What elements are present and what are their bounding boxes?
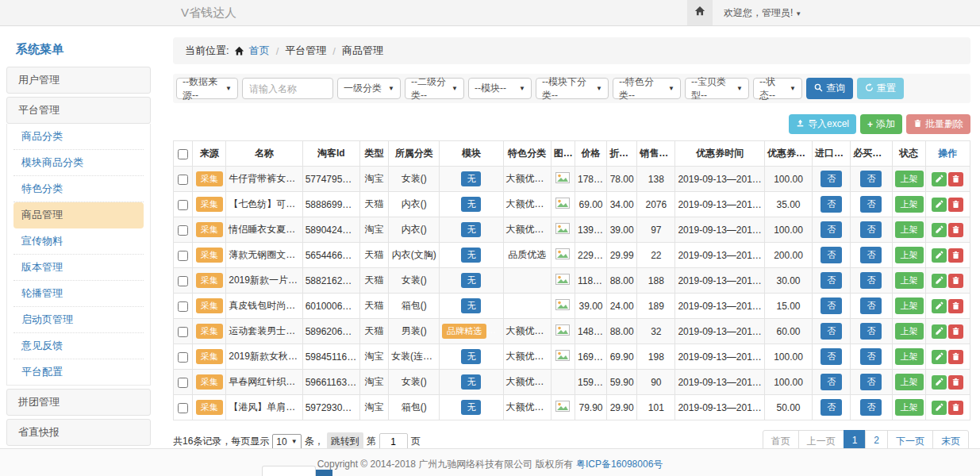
edit-button[interactable] bbox=[932, 401, 947, 415]
filter-select-4[interactable]: --模块下分类--▼ bbox=[536, 78, 609, 99]
edit-button[interactable] bbox=[932, 324, 947, 339]
filter-select-7[interactable]: --状态--▼ bbox=[753, 78, 802, 99]
status-badge[interactable]: 上架 bbox=[895, 348, 924, 365]
edit-button[interactable] bbox=[932, 223, 947, 237]
import-select-toggle[interactable]: 否 bbox=[821, 374, 842, 390]
sidebar-item-7[interactable]: 版本管理 bbox=[13, 255, 144, 281]
import-select-toggle[interactable]: 否 bbox=[821, 247, 842, 263]
filter-select-1[interactable]: 一级分类▼ bbox=[337, 78, 401, 99]
sidebar-group-12[interactable]: 拼团管理 bbox=[6, 389, 151, 416]
status-badge[interactable]: 上架 bbox=[895, 298, 924, 314]
search-input[interactable] bbox=[242, 78, 333, 99]
import-select-toggle[interactable]: 否 bbox=[821, 399, 842, 416]
delete-button[interactable] bbox=[948, 274, 963, 288]
must-buy-toggle[interactable]: 否 bbox=[860, 374, 882, 390]
sidebar-item-8[interactable]: 轮播管理 bbox=[13, 281, 144, 307]
footer: Copyright © 2014-2018 广州九驰网络科技有限公司 版权所有 … bbox=[0, 448, 980, 476]
row-checkbox[interactable] bbox=[178, 200, 188, 210]
row-checkbox[interactable] bbox=[178, 378, 188, 388]
must-buy-toggle[interactable]: 否 bbox=[860, 298, 882, 314]
status-badge[interactable]: 上架 bbox=[895, 171, 924, 187]
batch-delete-button[interactable]: 批量删除 bbox=[906, 114, 970, 134]
status-badge[interactable]: 上架 bbox=[895, 374, 924, 390]
sidebar-item-4[interactable]: 特色分类 bbox=[13, 176, 144, 202]
delete-button[interactable] bbox=[948, 375, 963, 390]
edit-button[interactable] bbox=[932, 248, 947, 263]
row-checkbox[interactable] bbox=[178, 251, 188, 261]
must-buy-toggle[interactable]: 否 bbox=[860, 247, 882, 263]
delete-button[interactable] bbox=[948, 324, 963, 339]
import-select-toggle[interactable]: 否 bbox=[821, 323, 842, 340]
filter-select-3[interactable]: --模块--▼ bbox=[468, 78, 532, 99]
delete-button[interactable] bbox=[948, 198, 963, 212]
edit-button[interactable] bbox=[932, 198, 947, 212]
sidebar-item-10[interactable]: 意见反馈 bbox=[13, 333, 144, 359]
must-buy-toggle[interactable]: 否 bbox=[860, 196, 882, 213]
user-menu[interactable]: 欢迎您，管理员!▼ bbox=[724, 6, 801, 20]
delete-button[interactable] bbox=[948, 248, 963, 263]
welcome-text: 欢迎您，管理员! bbox=[724, 7, 793, 18]
status-badge[interactable]: 上架 bbox=[895, 221, 924, 238]
delete-button[interactable] bbox=[948, 299, 963, 313]
must-buy-toggle[interactable]: 否 bbox=[860, 272, 882, 289]
row-checkbox[interactable] bbox=[178, 352, 188, 363]
import-select-toggle[interactable]: 否 bbox=[821, 348, 842, 365]
filter-select-0[interactable]: --数据来源--▼ bbox=[176, 78, 238, 99]
delete-button[interactable] bbox=[948, 172, 963, 186]
import-select-toggle[interactable]: 否 bbox=[821, 298, 842, 314]
icp-link[interactable]: 粤ICP备16098006号 bbox=[576, 459, 663, 470]
coupon-time: 2019-09-13—2019-09-17 bbox=[675, 243, 764, 268]
import-excel-button[interactable]: 导入excel bbox=[789, 114, 856, 134]
import-select-toggle[interactable]: 否 bbox=[821, 171, 842, 187]
sidebar-item-9[interactable]: 启动页管理 bbox=[13, 307, 144, 333]
delete-button[interactable] bbox=[948, 350, 963, 364]
row-checkbox[interactable] bbox=[178, 276, 188, 286]
taoke-id: 588216228899 bbox=[302, 268, 359, 294]
import-select-toggle[interactable]: 否 bbox=[821, 221, 842, 238]
sidebar-item-3[interactable]: 模块商品分类 bbox=[13, 150, 144, 176]
sidebar-group-1[interactable]: 平台管理 bbox=[6, 97, 151, 124]
home-button[interactable] bbox=[687, 0, 713, 25]
coupon-amount: 200.00 bbox=[764, 243, 812, 268]
page-size-select[interactable]: 10 ▼ bbox=[272, 434, 301, 450]
delete-button[interactable] bbox=[948, 223, 963, 237]
must-buy-toggle[interactable]: 否 bbox=[860, 348, 882, 365]
edit-button[interactable] bbox=[932, 274, 947, 288]
sidebar-item-11[interactable]: 平台配置 bbox=[13, 359, 144, 385]
filter-select-2[interactable]: --二级分类--▼ bbox=[405, 78, 464, 99]
sidebar-group-13[interactable]: 省直快报 bbox=[6, 419, 151, 446]
select-all-checkbox[interactable] bbox=[178, 149, 188, 159]
must-buy-toggle[interactable]: 否 bbox=[860, 399, 882, 416]
breadcrumb-home-link[interactable]: 首页 bbox=[249, 44, 270, 58]
sidebar-item-2[interactable]: 商品分类 bbox=[13, 124, 144, 150]
row-checkbox[interactable] bbox=[178, 327, 188, 337]
import-select-toggle[interactable]: 否 bbox=[821, 196, 842, 213]
reset-button[interactable]: 重置 bbox=[857, 78, 904, 99]
filter-select-5[interactable]: --特色分类--▼ bbox=[613, 78, 681, 99]
row-checkbox[interactable] bbox=[178, 225, 188, 236]
edit-button[interactable] bbox=[932, 350, 947, 364]
sidebar-item-5[interactable]: 商品管理 bbox=[13, 202, 144, 228]
sidebar-item-6[interactable]: 宣传物料 bbox=[13, 228, 144, 255]
status-badge[interactable]: 上架 bbox=[895, 272, 924, 289]
must-buy-toggle[interactable]: 否 bbox=[860, 171, 882, 187]
edit-button[interactable] bbox=[932, 299, 947, 313]
row-checkbox[interactable] bbox=[178, 301, 188, 312]
edit-button[interactable] bbox=[932, 375, 947, 390]
row-checkbox[interactable] bbox=[178, 175, 188, 185]
must-buy-toggle[interactable]: 否 bbox=[860, 221, 882, 238]
coupon-time: 2019-09-13—2019-09-20 bbox=[675, 217, 764, 243]
add-button[interactable]: + 添加 bbox=[860, 114, 902, 134]
import-select-toggle[interactable]: 否 bbox=[821, 272, 842, 289]
must-buy-toggle[interactable]: 否 bbox=[860, 323, 882, 340]
row-checkbox[interactable] bbox=[178, 403, 188, 413]
edit-button[interactable] bbox=[932, 172, 947, 186]
status-badge[interactable]: 上架 bbox=[895, 323, 924, 340]
filter-select-6[interactable]: --宝贝类型--▼ bbox=[685, 78, 749, 99]
status-badge[interactable]: 上架 bbox=[895, 399, 924, 416]
delete-button[interactable] bbox=[948, 401, 963, 415]
query-button[interactable]: 查询 bbox=[806, 78, 853, 99]
sidebar-group-0[interactable]: 用户管理 bbox=[6, 67, 151, 94]
status-badge[interactable]: 上架 bbox=[895, 196, 924, 213]
status-badge[interactable]: 上架 bbox=[895, 247, 924, 263]
